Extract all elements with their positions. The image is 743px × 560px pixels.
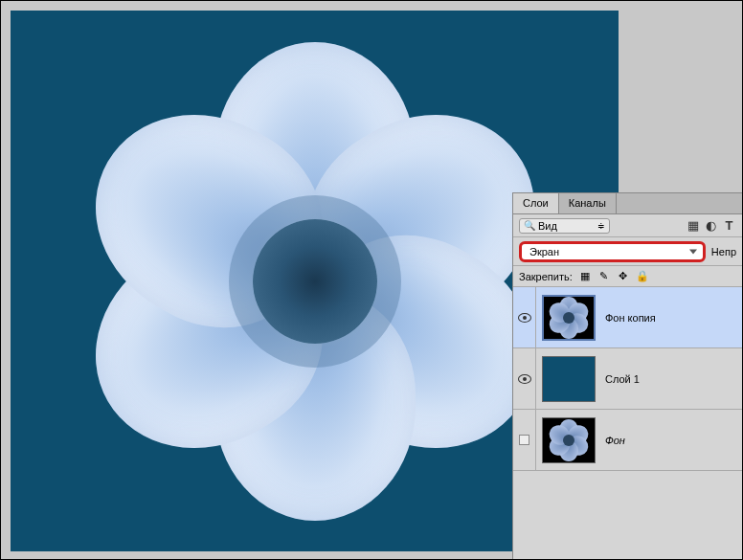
layer-visibility-toggle[interactable] (513, 410, 536, 470)
opacity-label: Непр (711, 246, 736, 258)
lock-all-icon[interactable]: 🔒 (636, 270, 649, 283)
blend-mode-value: Экран (529, 246, 559, 258)
filter-image-icon[interactable]: ▦ (686, 218, 700, 233)
layer-thumbnail[interactable] (542, 356, 596, 402)
eye-icon (518, 313, 531, 323)
lock-label: Закрепить: (519, 271, 573, 282)
layer-thumbnail[interactable] (542, 295, 596, 341)
layer-visibility-toggle[interactable] (513, 348, 536, 409)
layers-list: Фон копия Слой 1 Фон (513, 287, 742, 471)
layer-filter[interactable]: 🔍 Вид ≑ (519, 218, 610, 234)
visibility-checkbox-icon (519, 435, 529, 445)
layer-name[interactable]: Слой 1 (601, 373, 742, 385)
blend-mode-row: Экран Непр (513, 237, 742, 266)
eye-icon (518, 374, 531, 384)
blend-mode-select[interactable]: Экран (519, 241, 706, 262)
layer-visibility-toggle[interactable] (513, 287, 536, 347)
tab-channels[interactable]: Каналы (559, 193, 617, 213)
panel-toolbar: 🔍 Вид ≑ ▦ ◐ T (513, 214, 742, 237)
layer-name[interactable]: Фон копия (601, 312, 742, 324)
layer-row[interactable]: Фон копия (513, 287, 742, 348)
lock-row: Закрепить: ▦ ✎ ✥ 🔒 (513, 266, 742, 287)
lock-position-icon[interactable]: ✥ (617, 270, 630, 283)
layer-name[interactable]: Фон (601, 435, 742, 446)
layer-row[interactable]: Фон (513, 410, 742, 471)
panel-tabs: Слои Каналы (513, 193, 742, 214)
filter-label: Вид (538, 220, 557, 232)
right-sidebar-bg (623, 1, 742, 192)
lock-pixels-icon[interactable]: ✎ (597, 270, 611, 283)
layer-row[interactable]: Слой 1 (513, 348, 742, 410)
filter-adjust-icon[interactable]: ◐ (704, 218, 718, 233)
filter-type-icon[interactable]: T (722, 218, 736, 233)
search-icon: 🔍 (524, 220, 535, 231)
lock-transparency-icon[interactable]: ▦ (578, 270, 592, 283)
layers-panel: Слои Каналы 🔍 Вид ≑ ▦ ◐ T Экран Непр Зак… (512, 192, 742, 560)
layer-thumbnail[interactable] (542, 417, 596, 463)
app-window: Слои Каналы 🔍 Вид ≑ ▦ ◐ T Экран Непр Зак… (0, 0, 743, 560)
chevron-icon: ≑ (597, 221, 605, 231)
flower-image (76, 42, 554, 521)
tab-layers[interactable]: Слои (513, 193, 559, 213)
